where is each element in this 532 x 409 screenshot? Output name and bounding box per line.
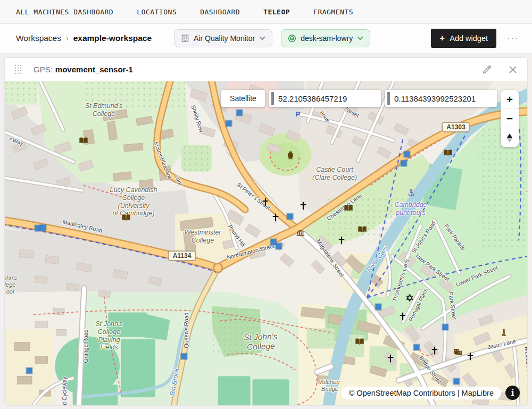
gps-point-marker[interactable]: [414, 345, 420, 350]
widget-title: GPS:movement_sensor-1: [34, 65, 133, 74]
satellite-toggle-button[interactable]: Satellite: [221, 90, 265, 107]
gps-point-marker[interactable]: [376, 304, 381, 310]
gps-point-marker[interactable]: [287, 214, 293, 220]
attribution-text: © OpenStreetMap Contributors | MapLibre: [342, 387, 501, 399]
map-top-bar: Satellite: [221, 90, 497, 107]
chevron-down-icon: [259, 36, 265, 40]
part-selector-label: desk-sam-lowry: [301, 34, 353, 43]
more-options-button[interactable]: ···: [507, 33, 519, 44]
zoom-out-button[interactable]: −: [501, 109, 519, 128]
plus-icon: +: [439, 33, 445, 44]
latitude-field-wrap: [269, 90, 381, 107]
map-canvas[interactable]: Shelly RowMount PleasantsantSt Peter's S…: [5, 81, 527, 405]
compass-button[interactable]: [501, 128, 519, 147]
breadcrumb: Workspaces › example-workspace: [16, 34, 152, 43]
gps-point-marker[interactable]: [237, 110, 243, 116]
breadcrumb-current[interactable]: example-workspace: [73, 34, 152, 43]
nav-locations[interactable]: LOCATIONS: [137, 8, 177, 16]
breadcrumb-separator: ›: [66, 34, 69, 43]
nav-all-machines-dashboard[interactable]: ALL MACHINES DASHBOARD: [16, 8, 113, 16]
breadcrumb-root[interactable]: Workspaces: [16, 34, 61, 43]
zoom-in-button[interactable]: +: [501, 90, 519, 109]
workspace-toolbar: Workspaces › example-workspace Air Quali…: [0, 24, 532, 53]
gps-point-marker[interactable]: [27, 368, 32, 374]
edit-pencil-icon[interactable]: [482, 64, 492, 74]
gps-point-marker[interactable]: [404, 152, 410, 157]
part-selector[interactable]: desk-sam-lowry: [281, 29, 370, 47]
nav-teleop[interactable]: TELEOP: [263, 8, 290, 16]
widget-header: GPS:movement_sensor-1: [5, 58, 527, 81]
drag-handle-icon[interactable]: [14, 64, 22, 74]
close-icon[interactable]: [508, 65, 518, 74]
add-widget-button[interactable]: + Add widget: [431, 29, 496, 48]
info-icon[interactable]: i: [505, 386, 520, 400]
machine-selector[interactable]: Air Quality Monitor: [174, 29, 272, 47]
compass-south-icon: [507, 138, 512, 143]
zoom-control: + −: [501, 90, 519, 147]
road-ref-badge: A1134: [168, 251, 196, 261]
road-ref-badge: A1303: [442, 122, 470, 132]
longitude-input[interactable]: [385, 90, 497, 107]
gps-widget-card: GPS:movement_sensor-1: [4, 57, 528, 406]
nav-fragments[interactable]: FRAGMENTS: [313, 8, 353, 16]
gps-point-marker[interactable]: [443, 324, 448, 330]
gps-point-marker[interactable]: [226, 121, 232, 127]
gps-point-marker[interactable]: [181, 354, 187, 360]
top-nav: ALL MACHINES DASHBOARD LOCATIONS DASHBOA…: [0, 0, 532, 24]
gps-point-marker[interactable]: [276, 244, 282, 249]
building-icon: [181, 34, 189, 43]
gps-point-marker[interactable]: [401, 161, 407, 166]
nav-dashboard[interactable]: DASHBOARD: [200, 8, 240, 16]
compass-north-icon: [507, 133, 512, 138]
machine-selector-label: Air Quality Monitor: [194, 34, 255, 43]
longitude-field-wrap: [385, 90, 497, 107]
live-target-icon: [288, 34, 296, 43]
gps-point-marker[interactable]: [454, 379, 460, 385]
map-attribution: © OpenStreetMap Contributors | MapLibre …: [342, 386, 520, 400]
chevron-down-icon: [357, 36, 363, 40]
gps-point-marker[interactable]: [40, 225, 46, 231]
latitude-input[interactable]: [269, 90, 381, 107]
